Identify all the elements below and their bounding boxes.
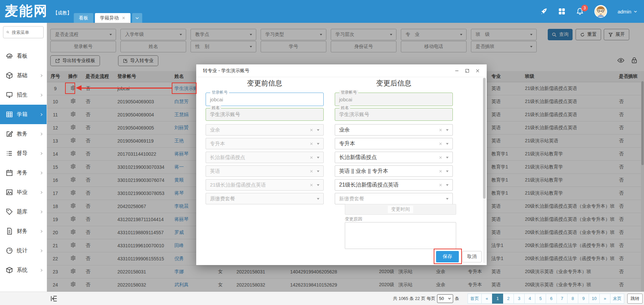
clear-icon[interactable] [310, 183, 313, 187]
tab-list-dropdown[interactable] [132, 13, 142, 23]
select-value: 原缴费套餐 [210, 196, 235, 202]
before-select-6[interactable]: 原缴费套餐 [206, 193, 324, 204]
change-reason-textarea[interactable] [345, 222, 456, 249]
page-button-首页[interactable]: 首页 [468, 294, 482, 304]
clear-icon[interactable] [310, 128, 313, 132]
page-button-7[interactable]: 7 [556, 294, 568, 304]
page-button-2[interactable]: 2 [503, 294, 514, 304]
sidebar-item-财务[interactable]: 财务 [0, 221, 47, 241]
page-button-3[interactable]: 3 [514, 294, 525, 304]
clear-icon[interactable] [310, 169, 313, 173]
chevron-right-icon [40, 113, 43, 116]
select-value: 业余 [339, 126, 350, 134]
page-button-4[interactable]: 4 [524, 294, 535, 304]
after-select-3[interactable]: 长治新儒函授点 [335, 152, 453, 163]
before-account-field[interactable]: 登录帐号 jobcai [206, 93, 324, 106]
box-icon [6, 266, 13, 274]
page-button-10[interactable]: 10 [589, 294, 600, 304]
tab-close-icon[interactable] [122, 16, 125, 20]
change-time-input[interactable]: 变更时间 [345, 204, 456, 215]
after-name-field[interactable]: 姓名 学生演示账号 [335, 108, 453, 121]
sidebar-item-系统[interactable]: 系统 [0, 260, 47, 280]
apps-grid-icon[interactable] [558, 7, 566, 15]
sidebar-item-考务[interactable]: 考务 [0, 163, 47, 183]
calendar-icon [6, 169, 13, 176]
sidebar-item-label: 题库 [17, 208, 28, 215]
sidebar-item-督导[interactable]: 督导 [0, 144, 47, 163]
maximize-icon[interactable] [465, 68, 470, 73]
menu-search-input[interactable] [12, 30, 40, 35]
user-menu[interactable]: admin [618, 9, 637, 14]
close-icon[interactable] [475, 68, 480, 73]
tag-icon [6, 208, 13, 215]
search-icon [6, 30, 9, 35]
after-select-2[interactable]: 专升本 [335, 138, 453, 149]
sidebar-item-学籍[interactable]: 学籍 [0, 105, 47, 124]
before-select-5[interactable]: 21级长治新儒函授点英语 [206, 179, 324, 191]
page-button-8[interactable]: 8 [567, 294, 578, 304]
clear-icon[interactable] [439, 128, 442, 132]
caret-down-icon [316, 142, 320, 146]
sidebar-item-统计[interactable]: 统计 [0, 241, 47, 260]
user-avatar[interactable] [594, 5, 607, 18]
edition-label: 【成教】 [53, 10, 72, 16]
menu-search[interactable] [3, 26, 44, 38]
minimize-icon[interactable] [454, 68, 459, 73]
dialog-title: 转专业 - 学生演示账号 [203, 68, 249, 74]
caret-down-icon [316, 169, 320, 173]
page-button-1[interactable]: 1 [492, 294, 503, 304]
sidebar-item-题库[interactable]: 题库 [0, 202, 47, 221]
collapse-table-icon[interactable] [50, 295, 58, 302]
cancel-button[interactable]: 取消 [462, 251, 482, 262]
sidebar-item-label: 教务 [17, 131, 28, 138]
clear-icon[interactable] [439, 183, 442, 187]
select-value: 业余 [210, 127, 220, 133]
after-select-5[interactable]: 21级长治新儒函授点英语 [335, 179, 453, 191]
sidebar-item-看板[interactable]: 看板 [0, 46, 47, 66]
after-account-field[interactable]: 登录帐号 jobcai [335, 93, 453, 106]
before-name-field[interactable]: 姓名 学生演示账号 [206, 108, 324, 121]
after-select-4[interactable]: 英语 || 业余 || 专升本 [335, 165, 453, 177]
bell-icon[interactable]: 3 [576, 7, 584, 15]
before-select-1[interactable]: 业余 [206, 124, 324, 136]
caret-down-icon [445, 142, 449, 146]
sidebar-item-毕业[interactable]: 毕业 [0, 183, 47, 202]
tab-student-status-change[interactable]: 学籍异动 [95, 13, 130, 23]
save-button[interactable]: 保存 [436, 251, 459, 262]
tab-dashboard[interactable]: 看板 [74, 13, 93, 23]
jump-button[interactable]: 跳转 [627, 294, 643, 304]
page-button-»[interactable]: » [599, 294, 610, 304]
chevron-right-icon [40, 249, 43, 253]
open-tabs: 看板学籍异动 [74, 13, 142, 23]
clear-icon[interactable] [310, 142, 313, 146]
sidebar-item-基础[interactable]: 基础 [0, 66, 47, 85]
sidebar-item-招生[interactable]: 招生 [0, 85, 47, 105]
page-size-select[interactable]: 50 [437, 294, 453, 303]
after-heading: 变更后信息 [335, 79, 453, 88]
dialog-scrollbar[interactable] [483, 78, 486, 263]
before-select-3[interactable]: 长治新儒函授点 [206, 152, 324, 163]
after-select-6[interactable]: 新缴费套餐 [335, 193, 453, 204]
clear-icon[interactable] [439, 142, 442, 146]
select-value: 专升本 [210, 141, 225, 147]
after-select-1[interactable]: 业余 [335, 124, 453, 136]
clear-icon[interactable] [310, 156, 313, 159]
before-select-2[interactable]: 专升本 [206, 138, 324, 149]
rocket-icon[interactable] [540, 7, 548, 15]
dialog-header: 转专业 - 学生演示账号 [196, 64, 487, 77]
chevron-right-icon [40, 74, 43, 78]
before-select-4[interactable]: 英语 [206, 165, 324, 177]
page-button-«[interactable]: « [481, 294, 492, 304]
edit-icon [6, 130, 13, 138]
page-button-9[interactable]: 9 [578, 294, 589, 304]
sidebar-item-label: 财务 [17, 228, 28, 235]
page-button-6[interactable]: 6 [546, 294, 557, 304]
caret-down-icon [445, 155, 449, 160]
page-button-5[interactable]: 5 [535, 294, 546, 304]
clear-icon[interactable] [439, 156, 442, 159]
sidebar-item-教务[interactable]: 教务 [0, 124, 47, 144]
sidebar-item-label: 毕业 [17, 189, 28, 196]
page-button-末页[interactable]: 末页 [610, 294, 624, 304]
tab-label: 看板 [79, 15, 88, 21]
clear-icon[interactable] [439, 169, 442, 173]
